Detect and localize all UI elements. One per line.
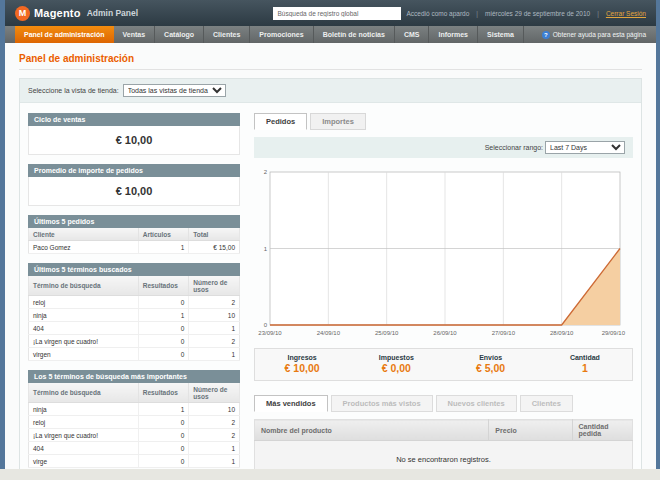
- help-label: Obtener ayuda para esta página: [553, 31, 646, 38]
- table-cell: ninja: [29, 309, 139, 322]
- table-row: reloj02: [29, 416, 240, 429]
- x-axis-label: 24/09/10: [317, 330, 341, 336]
- stat-label: Cantidad: [538, 354, 632, 361]
- table-row: ¡La virgen que cuadro!02: [29, 335, 240, 348]
- y-axis-label: 2: [264, 169, 268, 175]
- nav-item-sistema[interactable]: Sistema: [478, 26, 524, 43]
- last-orders-widget: Últimos 5 pedidos Cliente Artículos Tota…: [28, 215, 240, 254]
- table-cell: ¡La virgen que cuadro!: [29, 335, 139, 348]
- table-row: 40401: [29, 322, 240, 335]
- logged-in-text: Accedió como apardo: [406, 10, 469, 17]
- column-header: Cantidad pedida: [572, 420, 632, 441]
- sales-cycle-value: € 10,00: [28, 126, 240, 155]
- stat-ingresos: Ingresos € 10,00: [255, 354, 349, 374]
- top-search-terms-title: Los 5 términos de búsqueda más important…: [28, 370, 240, 383]
- x-axis-label: 29/09/10: [602, 330, 626, 336]
- x-axis-label: 27/09/10: [492, 330, 516, 336]
- global-search-input[interactable]: [273, 7, 401, 20]
- table-header: Nombre del producto Precio Cantidad pedi…: [255, 420, 633, 441]
- dashboard-columns: Ciclo de ventas € 10,00 Promedio de impo…: [20, 103, 641, 469]
- tab-nuevos-clientes[interactable]: Nuevos clientes: [436, 395, 517, 412]
- table-cell: 0: [138, 416, 189, 429]
- tab-productos-mas-vistos[interactable]: Productos más vistos: [331, 395, 433, 412]
- table-cell: 1: [138, 309, 189, 322]
- right-column: Pedidos Importes Seleccionar rango: Last…: [254, 113, 633, 469]
- stat-impuestos: Impuestos € 0,00: [349, 354, 443, 374]
- table-row: ninja110: [29, 309, 240, 322]
- last-search-terms-title: Últimos 5 términos buscados: [28, 263, 240, 276]
- x-axis-label: 23/09/10: [258, 330, 282, 336]
- title-divider: [19, 69, 642, 70]
- tab-clientes[interactable]: Clientes: [520, 395, 573, 412]
- table-cell: 1: [189, 322, 240, 335]
- table-header: Término de búsqueda Resultados Número de…: [29, 276, 240, 296]
- content-area: Panel de administración Seleccione la vi…: [5, 43, 656, 469]
- table-cell: virge: [29, 455, 139, 468]
- table-cell: virgen: [29, 348, 139, 361]
- table-cell: 404: [29, 442, 139, 455]
- logout-link[interactable]: Cerrar Sesión: [606, 10, 646, 17]
- last-orders-table: Cliente Artículos Total Paco Gomez1€ 15,…: [28, 228, 240, 254]
- magento-logo-icon: M: [15, 6, 30, 21]
- table-cell: 1: [189, 455, 240, 468]
- nav-item-cms[interactable]: CMS: [395, 26, 430, 43]
- table-cell: 0: [138, 335, 189, 348]
- nav-item-catalogo[interactable]: Catálogo: [155, 26, 204, 43]
- help-icon: ?: [542, 31, 550, 39]
- chart-tabs: Pedidos Importes: [254, 113, 633, 130]
- tab-importes[interactable]: Importes: [310, 113, 366, 130]
- stat-value: € 10,00: [255, 362, 349, 374]
- separator: |: [597, 10, 599, 17]
- table-cell: 2: [189, 429, 240, 442]
- column-header: Total: [189, 228, 240, 241]
- x-axis-label: 25/09/10: [375, 330, 399, 336]
- products-table: Nombre del producto Precio Cantidad pedi…: [254, 419, 633, 469]
- date-text: miércoles 29 de septiembre de 2010: [485, 10, 590, 17]
- nav-item-panel-administracion[interactable]: Panel de administración: [15, 26, 114, 43]
- table-cell: ninja: [29, 403, 139, 416]
- stat-label: Envíos: [444, 354, 538, 361]
- table-cell: 10: [189, 403, 240, 416]
- store-view-select[interactable]: Todas las vistas de tienda: [123, 84, 226, 97]
- x-axis-label: 26/09/10: [433, 330, 457, 336]
- table-cell: € 15,00: [189, 241, 240, 254]
- admin-page: M Magento Admin Panel Accedió como apard…: [0, 0, 660, 469]
- top-search-terms-table: Término de búsqueda Resultados Número de…: [28, 383, 240, 468]
- tab-mas-vendidos[interactable]: Más vendidos: [254, 395, 328, 412]
- stat-envios: Envíos € 5,00: [444, 354, 538, 374]
- table-cell: 1: [138, 403, 189, 416]
- nav-item-clientes[interactable]: Clientes: [204, 26, 250, 43]
- tab-pedidos[interactable]: Pedidos: [254, 113, 307, 130]
- table-cell: reloj: [29, 416, 139, 429]
- table-cell: Paco Gomez: [29, 241, 139, 254]
- column-header: Cliente: [29, 228, 139, 241]
- table-cell: 0: [138, 296, 189, 309]
- last-search-terms-widget: Últimos 5 términos buscados Término de b…: [28, 263, 240, 361]
- separator: |: [476, 10, 478, 17]
- sales-cycle-title: Ciclo de ventas: [28, 113, 240, 126]
- avg-order-value: € 10,00: [28, 177, 240, 206]
- stat-label: Impuestos: [349, 354, 443, 361]
- table-cell: 1: [189, 348, 240, 361]
- column-header: Resultados: [138, 383, 189, 403]
- range-select[interactable]: Last 7 Days: [545, 141, 625, 154]
- store-view-label: Seleccione la vista de tienda:: [28, 87, 119, 94]
- header-bar: M Magento Admin Panel Accedió como apard…: [5, 0, 656, 26]
- table-cell: 2: [189, 296, 240, 309]
- last-orders-title: Últimos 5 pedidos: [28, 215, 240, 228]
- y-axis-label: 0: [264, 322, 268, 328]
- logo-subtext: Admin Panel: [87, 8, 138, 18]
- orders-chart: 01223/09/1024/09/1025/09/1026/09/1027/09…: [254, 166, 628, 338]
- nav-item-boletin[interactable]: Boletín de noticias: [314, 26, 395, 43]
- table-cell: 2: [189, 335, 240, 348]
- table-row: Paco Gomez1€ 15,00: [29, 241, 240, 254]
- nav-item-ventas[interactable]: Ventas: [114, 26, 156, 43]
- logo-text: Magento: [34, 7, 81, 19]
- browser-frame: M Magento Admin Panel Accedió como apard…: [0, 0, 660, 480]
- help-link[interactable]: ? Obtener ayuda para esta página: [542, 26, 656, 43]
- magento-logo: M Magento Admin Panel: [15, 6, 138, 21]
- nav-item-promociones[interactable]: Promociones: [250, 26, 313, 43]
- nav-item-informes[interactable]: Informes: [429, 26, 478, 43]
- header-right: Accedió como apardo | miércoles 29 de se…: [273, 7, 646, 20]
- column-header: Término de búsqueda: [29, 383, 139, 403]
